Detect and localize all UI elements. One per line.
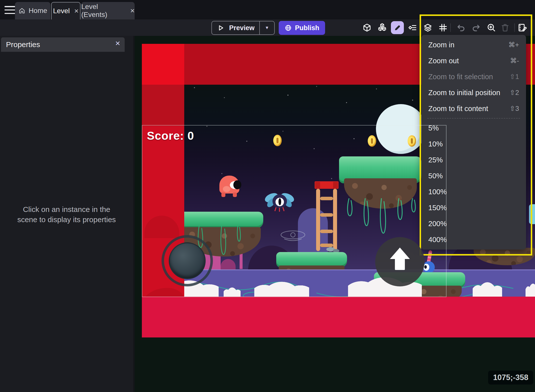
- tab-home-label: Home: [29, 7, 47, 15]
- tab-home[interactable]: Home: [15, 2, 50, 19]
- close-icon[interactable]: ×: [115, 38, 120, 48]
- properties-panel-title: Properties: [6, 40, 40, 49]
- grid-button[interactable]: [438, 23, 448, 33]
- tab-level-events[interactable]: Level (Events) ×: [81, 2, 135, 19]
- redo-button[interactable]: [471, 23, 481, 33]
- zoom-button[interactable]: [486, 23, 496, 33]
- objects-group-button[interactable]: [377, 23, 387, 33]
- shortcut-label: ⌘+: [508, 41, 519, 49]
- redo-icon: [471, 23, 481, 33]
- preview-dropdown-button[interactable]: ▼: [260, 25, 274, 30]
- edit-tool-button-selected[interactable]: [391, 21, 404, 34]
- shortcut-label: ⇧3: [510, 105, 519, 113]
- properties-panel: Properties × Click on an instance in the…: [0, 36, 133, 392]
- menu-item-zoom-initial-position[interactable]: Zoom to initial position ⇧2: [421, 85, 526, 101]
- score-text[interactable]: Score: 0: [147, 129, 194, 142]
- chevron-down-icon: ▼: [265, 25, 269, 30]
- up-arrow-icon: [390, 248, 410, 259]
- instances-list-button[interactable]: [408, 23, 418, 33]
- tab-level-label: Level: [53, 7, 70, 15]
- tab-level[interactable]: Level ×: [51, 2, 81, 19]
- preview-button[interactable]: Preview ▼: [211, 21, 275, 35]
- tab-level-events-label: Level (Events): [81, 3, 126, 19]
- grid-icon: [438, 23, 448, 33]
- layers-icon: [423, 23, 433, 33]
- undo-icon: [456, 23, 466, 33]
- menu-item-zoom-out[interactable]: Zoom out ⌘-: [421, 53, 526, 69]
- pencil-icon: [393, 23, 402, 32]
- publish-label: Publish: [295, 24, 319, 32]
- menu-item-zoom-in[interactable]: Zoom in ⌘+: [421, 37, 526, 53]
- toolbar-separator: [450, 23, 451, 32]
- properties-empty-message: Click on an instance in the scene to dis…: [0, 204, 133, 225]
- blue-object-sliver: [529, 204, 535, 224]
- delete-button-disabled: [500, 23, 510, 33]
- trash-icon: [500, 23, 510, 32]
- joystick-knob[interactable]: [169, 242, 206, 279]
- publish-button[interactable]: Publish: [279, 21, 325, 35]
- hamburger-menu-icon[interactable]: [4, 6, 15, 14]
- shortcut-label: ⌘-: [510, 57, 519, 65]
- cubes-icon: [377, 23, 387, 33]
- menu-item-zoom-fit-content[interactable]: Zoom to fit content ⇧3: [421, 101, 526, 117]
- zoom-in-icon: [486, 23, 496, 33]
- shortcut-label: ⇧2: [510, 89, 519, 97]
- undo-button[interactable]: [456, 23, 466, 33]
- tab-bar: Home Level × Level (Events) ×: [0, 0, 535, 19]
- edit-scene-events-button[interactable]: [518, 23, 528, 33]
- preview-label: Preview: [224, 24, 259, 32]
- properties-panel-header: Properties ×: [1, 37, 125, 52]
- object-button[interactable]: [362, 23, 372, 33]
- cursor-coordinates: 1075;-358: [488, 371, 533, 385]
- cube-icon: [362, 23, 372, 32]
- close-icon[interactable]: ×: [74, 7, 79, 15]
- cloud: [473, 281, 502, 297]
- home-icon: [18, 7, 26, 14]
- shortcut-label: ⇧1: [510, 73, 519, 81]
- close-icon[interactable]: ×: [130, 7, 135, 14]
- menu-item-zoom-fit-selection: Zoom to fit selection ⇧1: [421, 69, 526, 85]
- instances-list-icon: [408, 23, 417, 32]
- cloud: [526, 282, 535, 297]
- play-icon: [217, 24, 224, 32]
- up-arrow-stem: [395, 259, 405, 270]
- menu-divider: [427, 118, 520, 119]
- toolbar-separator: [514, 23, 515, 32]
- jump-button[interactable]: [375, 237, 425, 286]
- film-edit-icon: [518, 23, 528, 33]
- globe-icon: [284, 24, 292, 32]
- layers-button[interactable]: [423, 23, 433, 33]
- scene-bottom-red-bar[interactable]: [142, 297, 535, 337]
